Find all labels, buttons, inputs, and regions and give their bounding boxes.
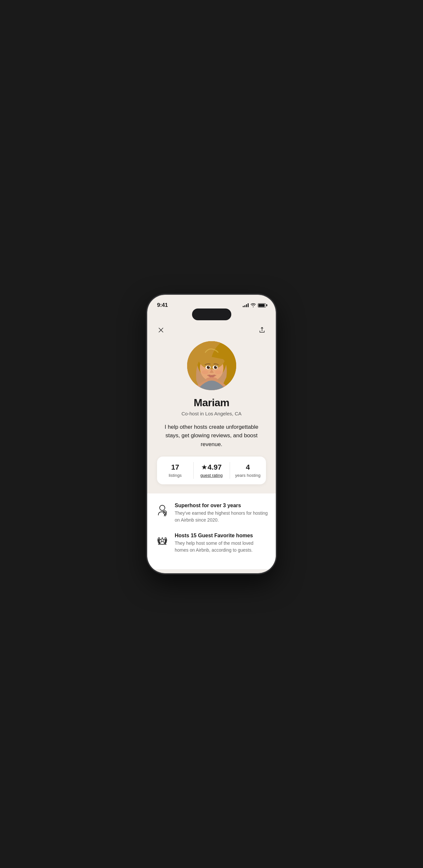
years-value: 4 (246, 463, 250, 472)
status-icons (243, 303, 266, 308)
close-button[interactable] (155, 324, 167, 336)
guest-favorite-desc: They help host some of the most loved ho… (175, 540, 268, 554)
rating-label: guest rating (201, 473, 223, 478)
scroll-content[interactable]: Mariam Co-host in Los Angeles, CA I help… (147, 339, 276, 573)
avatar (187, 341, 236, 390)
svg-line-24 (165, 514, 166, 516)
superhost-text: Superhost for over 3 years They've earne… (175, 503, 268, 524)
host-name: Mariam (194, 397, 229, 409)
stat-listings: 17 listings (157, 457, 193, 484)
superhost-title: Superhost for over 3 years (175, 503, 268, 508)
stats-card: 17 listings ★4.97 guest rating 4 years h… (157, 457, 266, 484)
share-icon (259, 327, 265, 333)
host-location: Co-host in Los Angeles, CA (181, 411, 242, 416)
superhost-desc: They've earned the highest honors for ho… (175, 510, 268, 524)
listings-label: listings (169, 473, 182, 478)
nav-bar (147, 320, 276, 339)
status-time: 9:41 (157, 302, 168, 309)
battery-icon (258, 303, 266, 308)
superhost-badge: Superhost for over 3 years They've earne… (155, 503, 268, 524)
screen: 9:41 (147, 295, 276, 573)
guest-favorite-title: Hosts 15 Guest Favorite homes (175, 533, 268, 538)
svg-point-15 (208, 366, 209, 367)
signal-icon (243, 303, 249, 307)
guest-favorite-icon (155, 533, 169, 548)
rating-value: ★4.97 (201, 463, 222, 472)
stat-years: 4 years hosting (230, 457, 266, 484)
svg-point-17 (202, 370, 208, 374)
profile-section: Mariam Co-host in Los Angeles, CA I help… (147, 339, 276, 494)
phone-frame: 9:41 (147, 295, 276, 573)
years-label: years hosting (235, 473, 260, 478)
star-icon: ★ (201, 464, 207, 471)
svg-point-20 (160, 505, 165, 510)
host-bio: I help other hosts create unforgettable … (157, 423, 266, 449)
share-button[interactable] (256, 324, 268, 336)
bottom-section: Superhost for over 3 years They've earne… (147, 494, 276, 569)
superhost-icon (155, 503, 169, 518)
guest-favorite-badge: Hosts 15 Guest Favorite homes They help … (155, 533, 268, 554)
svg-point-22 (164, 512, 166, 513)
svg-point-18 (215, 370, 222, 374)
wifi-icon (251, 303, 256, 307)
dynamic-island (192, 309, 231, 320)
stat-rating[interactable]: ★4.97 guest rating (193, 457, 230, 484)
listings-value: 17 (171, 463, 179, 472)
close-icon (158, 327, 164, 333)
svg-point-16 (216, 366, 217, 367)
guest-favorite-text: Hosts 15 Guest Favorite homes They help … (175, 533, 268, 554)
